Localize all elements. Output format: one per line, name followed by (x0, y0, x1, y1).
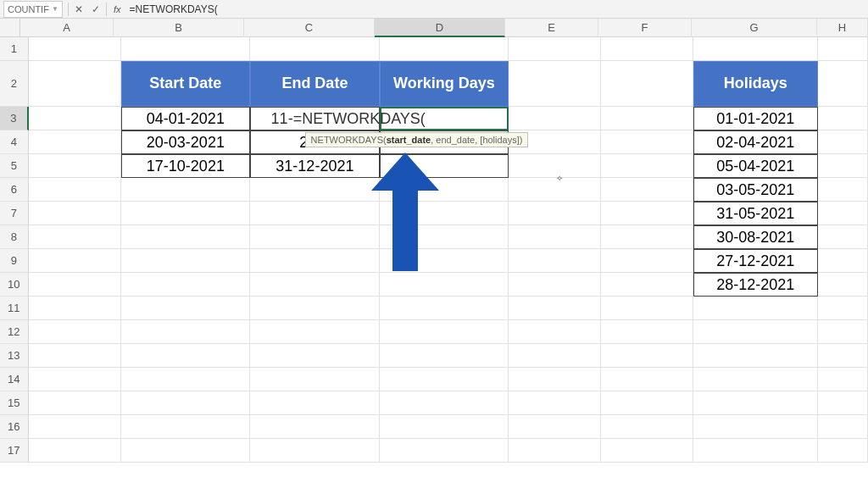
cell[interactable] (509, 202, 601, 225)
cell[interactable] (380, 368, 509, 391)
cell[interactable] (601, 107, 693, 130)
cell[interactable] (693, 415, 818, 439)
cell[interactable] (121, 249, 251, 273)
cell[interactable] (250, 320, 380, 344)
cell[interactable] (509, 391, 601, 415)
cell[interactable] (250, 225, 380, 249)
header-start-date[interactable]: Start Date (121, 61, 251, 107)
name-box[interactable]: COUNTIF ▼ (3, 1, 63, 18)
cell[interactable] (818, 273, 868, 297)
col-header-F[interactable]: F (598, 19, 692, 37)
cell-start-date[interactable]: 04-01-2021 (121, 107, 251, 130)
col-header-B[interactable]: B (114, 19, 244, 37)
cell[interactable] (601, 439, 693, 463)
cell[interactable] (601, 297, 693, 320)
cell[interactable] (601, 37, 693, 61)
cell-holiday[interactable]: 01-01-2021 (693, 107, 818, 130)
cell[interactable] (601, 61, 693, 107)
cancel-formula-button[interactable]: ✕ (70, 1, 87, 18)
cell-holiday[interactable]: 28-12-2021 (693, 273, 818, 297)
cell[interactable] (121, 391, 251, 415)
row-header[interactable]: 13 (0, 344, 29, 368)
cell[interactable] (121, 202, 251, 225)
active-cell-editing[interactable]: 11-=NETWORKDAYS( NETWORKDAYS(start_date,… (380, 107, 509, 130)
row-header[interactable]: 14 (0, 368, 29, 391)
cell[interactable] (250, 37, 380, 61)
cell[interactable] (29, 297, 121, 320)
cell[interactable] (380, 37, 509, 61)
cell[interactable] (29, 61, 121, 107)
cell[interactable] (818, 391, 868, 415)
cell[interactable] (601, 249, 693, 273)
cell[interactable] (121, 37, 251, 61)
cell[interactable] (250, 344, 380, 368)
cell[interactable] (380, 273, 509, 297)
row-header[interactable]: 4 (0, 130, 29, 154)
cell[interactable] (693, 368, 818, 391)
header-end-date[interactable]: End Date (250, 61, 380, 107)
cell[interactable] (693, 391, 818, 415)
header-working-days[interactable]: Working Days (380, 61, 509, 107)
col-header-D[interactable]: D (375, 19, 505, 37)
row-header[interactable]: 8 (0, 225, 29, 249)
row-header[interactable]: 5 (0, 154, 29, 178)
select-all-corner[interactable] (0, 19, 20, 37)
cell[interactable] (250, 368, 380, 391)
col-header-E[interactable]: E (505, 19, 598, 37)
cell[interactable] (601, 154, 693, 178)
col-header-C[interactable]: C (244, 19, 375, 37)
col-header-G[interactable]: G (692, 19, 817, 37)
cell[interactable] (380, 297, 509, 320)
cell[interactable] (601, 273, 693, 297)
cell[interactable] (250, 249, 380, 273)
cell[interactable] (29, 225, 121, 249)
row-header[interactable]: 16 (0, 415, 29, 439)
cell[interactable] (818, 225, 868, 249)
cell[interactable] (380, 320, 509, 344)
cell-holiday[interactable]: 27-12-2021 (693, 249, 818, 273)
cell[interactable] (818, 344, 868, 368)
cell[interactable] (601, 415, 693, 439)
cell[interactable] (121, 368, 251, 391)
cell-start-date[interactable]: 17-10-2021 (121, 154, 251, 178)
cell[interactable] (29, 273, 121, 297)
cell[interactable] (250, 178, 380, 202)
cell[interactable] (818, 154, 868, 178)
cell[interactable] (818, 107, 868, 130)
cell[interactable] (509, 344, 601, 368)
row-header[interactable]: 3 (0, 107, 29, 130)
chevron-down-icon[interactable]: ▼ (52, 5, 58, 13)
cell[interactable] (380, 439, 509, 463)
cell[interactable] (818, 178, 868, 202)
cell[interactable] (29, 439, 121, 463)
cell[interactable] (509, 368, 601, 391)
cell[interactable] (601, 320, 693, 344)
cell[interactable] (29, 320, 121, 344)
cell[interactable] (29, 154, 121, 178)
cell[interactable] (29, 415, 121, 439)
row-header[interactable]: 17 (0, 439, 29, 463)
cell[interactable] (601, 344, 693, 368)
cell[interactable] (818, 130, 868, 154)
row-header[interactable]: 10 (0, 273, 29, 297)
cell[interactable] (693, 297, 818, 320)
cell[interactable] (509, 225, 601, 249)
formula-input[interactable]: =NETWORKDAYS( (126, 3, 868, 15)
cell[interactable] (601, 368, 693, 391)
cell-holiday[interactable]: 30-08-2021 (693, 225, 818, 249)
cell[interactable] (29, 368, 121, 391)
row-header[interactable]: 7 (0, 202, 29, 225)
cell-holiday[interactable]: 05-04-2021 (693, 154, 818, 178)
row-header[interactable]: 15 (0, 391, 29, 415)
cell[interactable] (509, 320, 601, 344)
cell[interactable] (29, 178, 121, 202)
cell[interactable] (818, 249, 868, 273)
cell[interactable] (380, 391, 509, 415)
cell[interactable] (818, 61, 868, 107)
cell[interactable] (601, 391, 693, 415)
cell[interactable] (29, 249, 121, 273)
cell[interactable] (121, 320, 251, 344)
row-header[interactable]: 11 (0, 297, 29, 320)
row-header[interactable]: 6 (0, 178, 29, 202)
cell[interactable] (121, 344, 251, 368)
